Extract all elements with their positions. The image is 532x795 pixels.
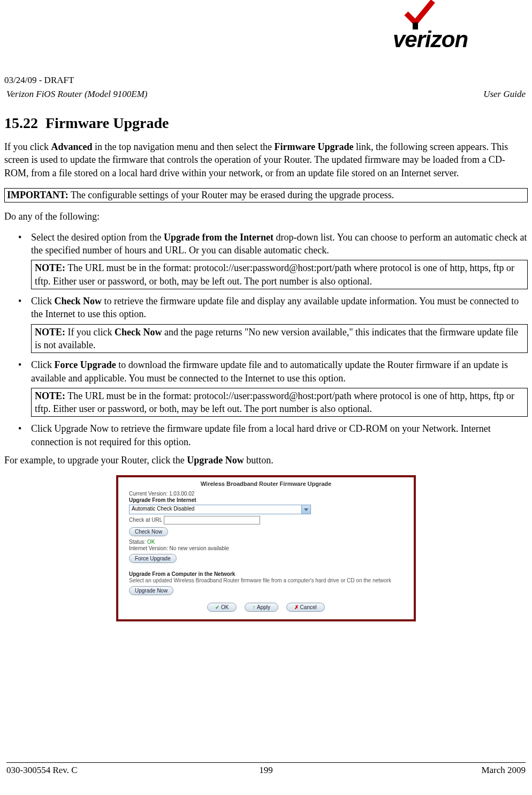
footer-right: March 2009: [481, 765, 526, 776]
bullet-force-upgrade: Click Force Upgrade to download the firm…: [31, 358, 528, 417]
apply-button[interactable]: ↑ Apply: [245, 603, 278, 612]
internet-version: Internet Version: No new version availab…: [129, 545, 403, 551]
important-box: IMPORTANT: The configurable settings of …: [4, 188, 528, 202]
note-box-3: NOTE: The URL must be in the format: pro…: [31, 388, 528, 417]
bullet-check-now: Click Check Now to retrieve the firmware…: [31, 295, 528, 353]
status-row: Status: OK: [129, 539, 403, 545]
do-any-text: Do any of the following:: [4, 211, 528, 222]
arrow-up-icon: ↑: [253, 604, 257, 610]
bullet-upgrade-now: Click Upgrade Now to retrieve the firmwa…: [31, 422, 528, 448]
verizon-logo: verizon: [393, 0, 521, 59]
upgrade-computer-desc: Select an updated Wireless Broadband Rou…: [129, 578, 403, 584]
bullet-upgrade-internet: Select the desired option from the Upgra…: [31, 231, 528, 289]
cancel-button[interactable]: ✗ Cancel: [286, 603, 325, 612]
note-box-2: NOTE: If you click Check Now and the pag…: [31, 324, 528, 354]
router-screenshot: Wireless Broadband Router Firmware Upgra…: [116, 475, 416, 621]
footer: 030-300554 Rev. C 199 March 2009: [6, 762, 526, 776]
product-name: Verizon FiOS Router (Model 9100EM): [6, 89, 147, 100]
ok-button[interactable]: ✓ OK: [207, 603, 237, 612]
check-url-input[interactable]: [164, 516, 260, 524]
check-icon: ✓: [215, 604, 221, 610]
current-version: Current Version: 1.03.00.02: [129, 491, 403, 497]
checkmark-icon: [404, 0, 436, 29]
router-ui-title: Wireless Broadband Router Firmware Upgra…: [118, 477, 414, 490]
upgrade-computer-heading: Upgrade From a Computer in the Network: [129, 571, 403, 577]
auto-check-select[interactable]: Automatic Check Disabled: [129, 505, 311, 514]
section-heading: 15.22 Firmware Upgrade: [4, 115, 528, 132]
check-now-button[interactable]: Check Now: [129, 527, 168, 536]
force-upgrade-button[interactable]: Force Upgrade: [129, 554, 177, 563]
upgrade-internet-heading: Upgrade From the Internet: [129, 497, 403, 503]
upgrade-now-button[interactable]: Upgrade Now: [129, 586, 173, 595]
logo-text: verizon: [393, 27, 468, 52]
check-url-row: Check at URL: [129, 516, 403, 524]
draft-date: 03/24/09 - DRAFT: [4, 75, 528, 86]
intro-paragraph: If you click Advanced in the top navigat…: [4, 140, 528, 179]
page-number: 199: [259, 765, 273, 776]
close-icon: ✗: [294, 604, 300, 610]
example-paragraph: For example, to upgrade your Router, cli…: [4, 454, 528, 467]
footer-left: 030-300554 Rev. C: [6, 765, 78, 776]
doc-type: User Guide: [483, 89, 526, 100]
note-box-1: NOTE: The URL must be in the format: pro…: [31, 260, 528, 289]
